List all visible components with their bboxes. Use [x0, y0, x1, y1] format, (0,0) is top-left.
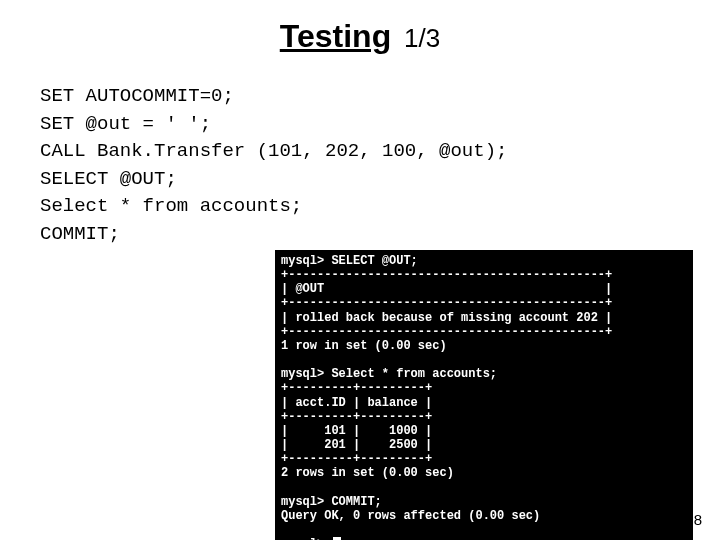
- term-line: mysql> SELECT @OUT;: [281, 254, 418, 268]
- page-number: 18: [685, 511, 702, 528]
- title-fraction: 1/3: [404, 23, 440, 53]
- sql-line: SELECT @OUT;: [40, 168, 177, 190]
- term-line: | rolled back because of missing account…: [281, 311, 612, 325]
- term-line: | @OUT |: [281, 282, 612, 296]
- term-line: +---------------------------------------…: [281, 296, 612, 310]
- term-line: +---------+---------+: [281, 410, 432, 424]
- sql-line: SET @out = ' ';: [40, 113, 211, 135]
- term-line: +---------------------------------------…: [281, 325, 612, 339]
- term-line: | acct.ID | balance |: [281, 396, 432, 410]
- term-line: mysql> COMMIT;: [281, 495, 382, 509]
- title-main: Testing: [280, 18, 391, 54]
- sql-line: Select * from accounts;: [40, 195, 302, 217]
- sql-line: CALL Bank.Transfer (101, 202, 100, @out)…: [40, 140, 507, 162]
- term-line: Query OK, 0 rows affected (0.00 sec): [281, 509, 540, 523]
- sql-line: SET AUTOCOMMIT=0;: [40, 85, 234, 107]
- terminal-output: mysql> SELECT @OUT; +-------------------…: [275, 250, 693, 540]
- term-line: 2 rows in set (0.00 sec): [281, 466, 454, 480]
- term-line: +---------------------------------------…: [281, 268, 612, 282]
- slide-title: Testing 1/3: [0, 0, 720, 55]
- term-line: +---------+---------+: [281, 452, 432, 466]
- term-line: mysql> Select * from accounts;: [281, 367, 497, 381]
- sql-code-block: SET AUTOCOMMIT=0; SET @out = ' '; CALL B…: [40, 83, 720, 248]
- term-line: 1 row in set (0.00 sec): [281, 339, 447, 353]
- term-line: | 201 | 2500 |: [281, 438, 432, 452]
- term-line: | 101 | 1000 |: [281, 424, 432, 438]
- term-line: +---------+---------+: [281, 381, 432, 395]
- sql-line: COMMIT;: [40, 223, 120, 245]
